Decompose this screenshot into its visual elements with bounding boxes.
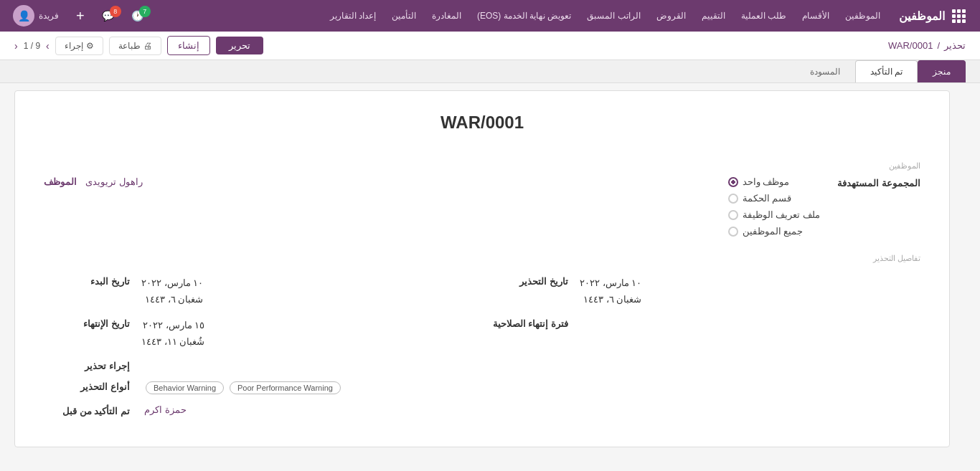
start-date-label: تاريخ البدء: [44, 275, 130, 287]
nav-item-loans[interactable]: القروض: [649, 8, 693, 24]
target-group-row: المجموعة المستهدفة موظف واحد قسم الحكمة …: [44, 176, 920, 237]
nav-actions: 🕐 7 💬 8 + فريدة 👤: [7, 2, 149, 29]
clock-badge: 7: [139, 6, 151, 17]
warning-type-2-badge[interactable]: Poor Performance Warning: [230, 381, 341, 394]
radio-department[interactable]: قسم الحكمة: [728, 193, 792, 204]
radio-circle-0: [728, 177, 738, 187]
breadcrumb-sep: /: [937, 40, 940, 51]
edit-button[interactable]: تحرير: [216, 37, 263, 54]
end-date-value: ١٥ مارس، ٢٠٢٢ شُغبان ١١، ١٤٤٣: [141, 317, 204, 351]
left-sidebar: [957, 90, 966, 447]
chat-badge: 8: [110, 6, 121, 17]
section-employees-label: الموظفين: [44, 161, 920, 171]
nav-item-leave[interactable]: المغادرة: [425, 8, 468, 24]
nav-item-employees[interactable]: الموظفين: [838, 8, 887, 24]
radio-circle-1: [728, 194, 738, 204]
warning-date-label: تاريخ التحذير: [482, 275, 568, 287]
tab-done[interactable]: منجز: [918, 60, 966, 82]
validity-label: فترة إنتهاء الصلاحية: [482, 317, 568, 329]
action-type-row: إجراء تحذير: [44, 359, 920, 371]
confirmed-by-label: تم التأكيد من قبل: [44, 404, 130, 417]
tab-draft[interactable]: المسودة: [795, 60, 855, 82]
breadcrumb-parent[interactable]: تحذير: [944, 40, 966, 51]
radio-circle-2: [728, 210, 738, 220]
radio-label-1: قسم الحكمة: [743, 193, 792, 204]
printer-icon: 🖨: [143, 41, 152, 51]
start-date-ar: ١٠ مارس، ٢٠٢٢: [141, 275, 203, 291]
form-card: WAR/0001 الموظفين المجموعة المستهدفة موظ…: [14, 90, 950, 447]
grid-icon: [952, 9, 966, 23]
nav-items: الموظفين الأقسام طلب العملية التقييم الق…: [154, 8, 887, 24]
page-info: 9 / 1: [24, 41, 40, 51]
warning-types-label: أنواع التحذير: [44, 380, 130, 392]
action-label: إجراء: [65, 41, 83, 51]
warning-types-row: Poor Performance Warning Behavior Warnin…: [44, 380, 920, 396]
action-buttons: تحرير إنشاء 🖨 طباعة ⚙ إجراء › 9 / 1 ‹: [14, 36, 263, 55]
form-title: WAR/0001: [44, 113, 920, 133]
section-warning-label: تفاصيل التحذير: [44, 254, 920, 263]
warning-date-hijri: شغبان ٦، ١٤٤٣: [580, 291, 641, 308]
prev-page-button[interactable]: ›: [46, 40, 50, 52]
top-navigation: الموظفين الموظفين الأقسام طلب العملية ال…: [0, 0, 980, 32]
nav-item-departments[interactable]: الأقسام: [795, 8, 837, 24]
gear-icon: ⚙: [86, 41, 94, 51]
dates-row-2: فترة إنتهاء الصلاحية ١٥ مارس، ٢٠٢٢ شُغبا…: [44, 317, 920, 351]
action-bar: تحذير / WAR/0001 تحرير إنشاء 🖨 طباعة ⚙ إ…: [0, 32, 980, 60]
radio-label-2: ملف تعريف الوظيفة: [743, 209, 820, 220]
section-divider: تفاصيل التحذير: [44, 254, 920, 263]
nav-item-reports[interactable]: إعداد التقارير: [323, 8, 383, 24]
print-button[interactable]: 🖨 طباعة: [109, 37, 161, 55]
radio-label-3: جميع الموظفين: [743, 226, 804, 237]
tab-confirmed[interactable]: تم التأكيد: [855, 60, 918, 82]
action-type-label: إجراء تحذير: [44, 359, 130, 371]
radio-group: موظف واحد قسم الحكمة ملف تعريف الوظيفة ج…: [728, 176, 820, 237]
nav-item-eos[interactable]: تعويض نهاية الخدمة (EOS): [470, 8, 578, 24]
confirmed-by-row: حمزة اكرم تم التأكيد من قبل: [44, 404, 920, 417]
brand-label: الموظفين: [899, 9, 945, 23]
radio-single-employee[interactable]: موظف واحد: [728, 176, 790, 187]
radio-all-employees[interactable]: جميع الموظفين: [728, 226, 804, 237]
nav-brand[interactable]: الموظفين: [892, 9, 973, 23]
end-date-ar: ١٥ مارس، ٢٠٢٢: [141, 317, 204, 333]
user-area[interactable]: فريدة 👤: [7, 2, 65, 29]
breadcrumb: تحذير / WAR/0001: [888, 40, 966, 51]
end-date-label: تاريخ الإنتهاء: [44, 317, 130, 329]
nav-item-request[interactable]: طلب العملية: [734, 8, 793, 24]
nav-item-advance[interactable]: الراتب المسبق: [580, 8, 647, 24]
user-name: فريدة: [39, 11, 59, 21]
chat-button[interactable]: 💬 8: [96, 7, 120, 24]
add-button[interactable]: +: [70, 8, 90, 24]
target-group-label: المجموعة المستهدفة: [834, 176, 920, 189]
radio-label-0: موظف واحد: [743, 176, 790, 187]
nav-item-evaluation[interactable]: التقييم: [694, 8, 732, 24]
next-page-button[interactable]: ‹: [14, 40, 18, 52]
status-bar: منجز تم التأكيد المسودة: [0, 60, 980, 83]
dates-row-1: ١٠ مارس، ٢٠٢٢ شغبان ٦، ١٤٤٣ تاريخ التحذي…: [44, 275, 920, 308]
page-navigation: › 9 / 1 ‹: [14, 40, 50, 52]
start-date-value: ١٠ مارس، ٢٠٢٢ شغبان ٦، ١٤٤٣: [141, 275, 203, 308]
nav-item-insurance[interactable]: التأمين: [385, 8, 423, 24]
warning-date-ar: ١٠ مارس، ٢٠٢٢: [580, 275, 641, 291]
warning-type-1-badge[interactable]: Behavior Warning: [146, 381, 224, 394]
breadcrumb-current: WAR/0001: [888, 40, 933, 51]
confirmed-by-value[interactable]: حمزة اكرم: [144, 404, 187, 415]
create-button[interactable]: إنشاء: [167, 36, 210, 55]
radio-circle-3: [728, 227, 738, 237]
action-button[interactable]: ⚙ إجراء: [55, 37, 103, 55]
print-label: طباعة: [118, 41, 141, 51]
start-date-hijri: شغبان ٦، ١٤٤٣: [141, 291, 203, 308]
clock-button[interactable]: 🕐 7: [126, 7, 149, 24]
end-date-hijri: شُغبان ١١، ١٤٤٣: [141, 333, 204, 350]
user-avatar: 👤: [13, 5, 34, 27]
radio-job-profile[interactable]: ملف تعريف الوظيفة: [728, 209, 820, 220]
main-content: WAR/0001 الموظفين المجموعة المستهدفة موظ…: [0, 83, 980, 462]
employee-col-label: الموظف: [44, 176, 77, 187]
warning-date-value: ١٠ مارس، ٢٠٢٢ شغبان ٦، ١٤٤٣: [580, 275, 641, 308]
employee-name-value[interactable]: راهول تريويدى: [85, 176, 143, 187]
